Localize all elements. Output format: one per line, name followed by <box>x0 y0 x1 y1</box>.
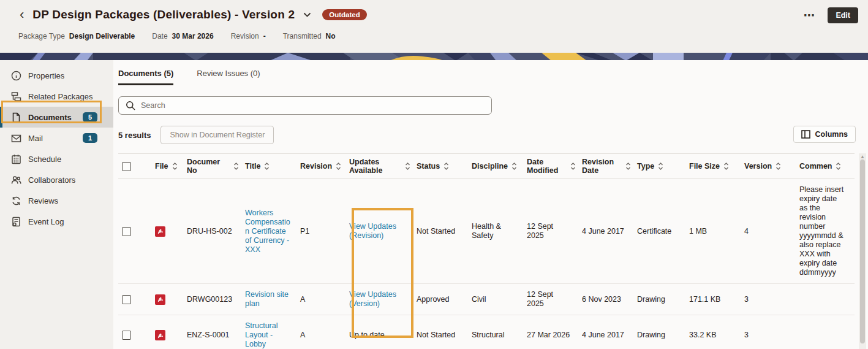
status-badge: Outdated <box>322 9 366 20</box>
meta-label: Date <box>152 32 167 40</box>
col-header-title: Title <box>245 162 260 171</box>
cell-discipline: Civil <box>472 284 527 315</box>
sort-icon[interactable] <box>511 162 517 171</box>
col-header-document-no: Documer No <box>187 158 230 175</box>
results-count: 5 results <box>118 131 151 140</box>
search-input[interactable] <box>141 101 485 110</box>
tab-review-issues[interactable]: Review Issues (0) <box>197 69 260 85</box>
meta-label: Package Type <box>18 32 65 40</box>
cell-title-link[interactable]: Revision site plan <box>245 284 300 315</box>
cell-document-no: DRU-HS-002 <box>187 179 245 283</box>
sidebar-item-label: Reviews <box>28 196 58 205</box>
show-in-document-register-button[interactable]: Show in Document Register <box>160 126 274 144</box>
select-all-checkbox[interactable] <box>122 162 131 171</box>
scrollbar-thumb[interactable] <box>860 159 865 343</box>
table-row[interactable]: DRWG00123 Revision site plan A View Upda… <box>118 284 855 315</box>
sidebar-item-mail[interactable]: Mail 1 <box>0 128 113 148</box>
sort-icon[interactable] <box>336 162 341 171</box>
calendar-icon <box>11 154 21 164</box>
sidebar-item-properties[interactable]: Properties <box>0 65 113 86</box>
row-checkbox[interactable] <box>122 331 131 340</box>
cell-date-modified: 12 Sept 2025 <box>527 179 582 283</box>
cell-file-size: 1 MB <box>689 179 744 283</box>
row-checkbox[interactable] <box>122 227 131 236</box>
sort-icon[interactable] <box>625 162 631 171</box>
sort-icon[interactable] <box>570 162 576 171</box>
page-header: ‹ DP Design Packages (Deliverables) - Ve… <box>0 0 868 52</box>
edit-button[interactable]: Edit <box>828 7 858 23</box>
meta-value: No <box>326 32 336 40</box>
pdf-file-icon[interactable] <box>155 294 165 305</box>
mail-count-badge: 1 <box>83 133 97 143</box>
col-header-revision: Revision <box>300 162 332 171</box>
sort-icon[interactable] <box>172 162 178 171</box>
table-row[interactable]: ENZ-S-0001 Structural Layout - Lobby A U… <box>118 315 855 349</box>
meta-value: - <box>263 32 266 40</box>
sort-icon[interactable] <box>723 162 729 171</box>
sidebar-item-label: Schedule <box>28 155 61 164</box>
sort-icon[interactable] <box>658 162 663 171</box>
sidebar-item-reviews[interactable]: Reviews <box>0 190 113 211</box>
sort-icon[interactable] <box>233 162 239 171</box>
col-header-revision-date: Revision Date <box>582 158 622 175</box>
sort-icon[interactable] <box>836 162 841 171</box>
sort-icon[interactable] <box>443 162 449 171</box>
tab-documents[interactable]: Documents (5) <box>118 69 173 85</box>
sidebar-item-collaborators[interactable]: Collaborators <box>0 169 113 190</box>
document-icon <box>11 112 21 123</box>
search-icon <box>126 101 135 110</box>
pdf-file-icon[interactable] <box>155 226 165 237</box>
cell-title-link[interactable]: Workers Compensation Certificate of Curr… <box>245 179 300 283</box>
more-options-icon[interactable]: ⋯ <box>803 9 815 22</box>
cell-title-link[interactable]: Structural Layout - Lobby <box>245 315 300 349</box>
sidebar-item-label: Event Log <box>28 217 64 226</box>
documents-count-badge: 5 <box>83 112 97 122</box>
row-checkbox[interactable] <box>122 295 131 304</box>
cell-discipline: Structural <box>472 315 527 349</box>
cell-file-size: 33.2 KB <box>689 315 744 349</box>
cell-date-modified: 27 Mar 2026 <box>527 315 582 349</box>
search-box[interactable] <box>118 96 492 115</box>
cell-revision: A <box>300 284 349 315</box>
sidebar-item-event-log[interactable]: Event Log <box>0 211 113 232</box>
col-header-type: Type <box>637 162 654 171</box>
columns-button[interactable]: Columns <box>793 126 856 143</box>
back-icon[interactable]: ‹ <box>17 7 26 23</box>
sidebar-item-documents[interactable]: Documents 5 <box>0 107 113 128</box>
cell-type: Drawing <box>637 284 689 315</box>
cell-revision: A <box>300 315 349 349</box>
cell-file-size: 171.1 KB <box>689 284 744 315</box>
col-header-date-modified: Date Modified <box>527 158 567 175</box>
package-meta: Package TypeDesign Deliverable Date30 Ma… <box>18 32 336 40</box>
page-title: DP Design Packages (Deliverables) - Vers… <box>32 8 295 21</box>
sort-icon[interactable] <box>264 162 270 171</box>
cell-document-no: DRWG00123 <box>187 284 245 315</box>
meta-value: Design Deliverable <box>69 32 135 40</box>
sidebar-item-label: Mail <box>28 134 43 143</box>
table-row[interactable]: DRU-HS-002 Workers Compensation Certific… <box>118 179 855 284</box>
meta-value: 30 Mar 2026 <box>172 32 214 40</box>
sidebar-item-label: Documents <box>28 113 72 122</box>
vertical-scrollbar[interactable]: ▲ <box>859 153 866 349</box>
sort-icon[interactable] <box>405 162 410 171</box>
sidebar-item-schedule[interactable]: Schedule <box>0 148 113 169</box>
sidebar-item-related-packages[interactable]: Related Packages <box>0 86 113 107</box>
pdf-file-icon[interactable] <box>155 330 165 340</box>
sort-icon[interactable] <box>776 162 781 171</box>
cell-date-modified: 12 Sept 2025 <box>527 284 582 315</box>
cell-updates-available: Up to date <box>349 315 417 349</box>
scrollbar-up-arrow[interactable]: ▲ <box>860 154 865 159</box>
people-icon <box>11 175 21 185</box>
cell-revision-date: 4 June 2017 <box>582 315 637 349</box>
col-header-version: Version <box>744 162 772 171</box>
cell-revision-date: 6 Nov 2023 <box>582 284 637 315</box>
cell-updates-available-link[interactable]: View Updates (Version) <box>349 284 417 315</box>
columns-button-label: Columns <box>815 130 848 139</box>
cell-status: Approved <box>417 284 472 315</box>
col-header-file: File <box>155 162 168 171</box>
chevron-down-icon[interactable] <box>303 12 311 17</box>
cell-updates-available-link[interactable]: View Updates (Revision) <box>349 179 417 283</box>
sidebar-item-label: Collaborators <box>28 175 75 185</box>
event-log-icon <box>11 217 21 227</box>
reviews-cycle-icon <box>11 196 21 206</box>
